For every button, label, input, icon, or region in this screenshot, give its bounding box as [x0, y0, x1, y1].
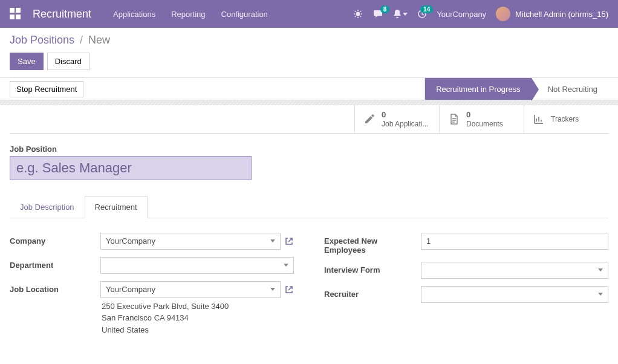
recruiter-row: Recruiter	[324, 286, 608, 303]
chart-icon	[533, 113, 545, 125]
nav-menu-applications[interactable]: Applications	[111, 6, 158, 22]
brand-title[interactable]: Recruitment	[33, 8, 91, 21]
nav-right: 8 14 YourCompany Mitchell Admin (ohrms_1…	[353, 7, 608, 21]
breadcrumb-parent[interactable]: Job Positions	[10, 34, 74, 46]
sheet-background-strip	[0, 100, 618, 105]
department-label: Department	[10, 257, 100, 270]
company-value: YourCompany	[106, 236, 155, 245]
breadcrumb-current: New	[88, 34, 110, 46]
form-right-column: Expected New Employees Interview Form Re…	[324, 233, 608, 343]
stat-applications[interactable]: 0 Job Applicati...	[354, 105, 439, 133]
stat-text: 0 Documents	[466, 110, 503, 128]
interview-row: Interview Form	[324, 262, 608, 279]
tab-job-description[interactable]: Job Description	[10, 196, 85, 218]
stop-recruitment-button[interactable]: Stop Recruitment	[10, 81, 83, 97]
chevron-down-icon	[284, 264, 288, 267]
stat-text: 0 Job Applicati...	[382, 110, 428, 128]
stage-not-recruiting[interactable]: Not Recruiting	[532, 78, 608, 100]
expected-label: Expected New Employees	[324, 233, 421, 255]
chevron-down-icon	[270, 288, 275, 291]
stat-label: Documents	[466, 120, 503, 128]
stat-count: 0	[466, 110, 503, 120]
document-icon	[448, 113, 460, 125]
breadcrumb: Job Positions / New	[10, 34, 608, 47]
external-link-icon[interactable]	[284, 236, 294, 246]
stat-trackers[interactable]: Trackers	[524, 105, 608, 133]
company-switcher[interactable]: YourCompany	[437, 10, 486, 19]
nav-left: Recruitment Applications Reporting Confi…	[10, 6, 270, 22]
job-location-label: Job Location	[10, 281, 100, 294]
address-line1: 250 Executive Park Blvd, Suite 3400	[102, 301, 294, 313]
recruiter-select[interactable]	[421, 286, 608, 303]
status-stages: Recruitment in Progress Not Recruiting	[424, 78, 608, 100]
interview-label: Interview Form	[324, 262, 421, 275]
address-block: 250 Executive Park Blvd, Suite 3400 San …	[100, 301, 294, 336]
notifications-icon[interactable]	[393, 9, 408, 19]
save-button[interactable]: Save	[10, 53, 44, 70]
stat-text: Trackers	[551, 115, 579, 123]
messages-icon[interactable]: 8	[372, 9, 383, 19]
user-menu[interactable]: Mitchell Admin (ohrms_15)	[496, 7, 608, 21]
department-row: Department	[10, 257, 294, 274]
form-left-column: Company YourCompany Department	[10, 233, 294, 343]
status-bar: Stop Recruitment Recruitment in Progress…	[0, 77, 618, 100]
job-location-value: YourCompany	[106, 285, 155, 294]
address-country: United States	[102, 324, 294, 336]
chevron-down-icon	[270, 239, 275, 242]
form-body: Company YourCompany Department	[10, 218, 608, 343]
stage-recruitment-in-progress[interactable]: Recruitment in Progress	[424, 78, 531, 100]
svg-point-0	[356, 12, 360, 16]
activities-icon[interactable]: 14	[417, 9, 427, 19]
chevron-down-icon	[403, 13, 408, 16]
tab-recruitment[interactable]: Recruitment	[85, 196, 148, 218]
nav-menu-reporting[interactable]: Reporting	[169, 6, 207, 22]
top-navbar: Recruitment Applications Reporting Confi…	[0, 0, 618, 28]
user-name: Mitchell Admin (ohrms_15)	[515, 10, 608, 19]
recruiter-label: Recruiter	[324, 286, 421, 299]
department-select[interactable]	[100, 257, 294, 274]
stat-label: Job Applicati...	[382, 120, 428, 128]
messages-badge: 8	[380, 5, 390, 13]
apps-icon[interactable]	[10, 8, 22, 20]
expected-input[interactable]	[421, 233, 608, 250]
expected-row: Expected New Employees	[324, 233, 608, 255]
company-select[interactable]: YourCompany	[100, 233, 281, 250]
discard-button[interactable]: Discard	[47, 53, 89, 70]
address-line2: San Francisco CA 94134	[102, 312, 294, 324]
form-sheet: 0 Job Applicati... 0 Documents Trackers …	[0, 105, 618, 364]
avatar	[496, 7, 510, 21]
job-location-row: Job Location YourCompany 250 Executive P…	[10, 281, 294, 336]
company-label: Company	[10, 233, 100, 245]
action-buttons: Save Discard	[10, 53, 608, 70]
stat-label: Trackers	[551, 115, 579, 123]
control-panel: Job Positions / New Save Discard	[0, 28, 618, 70]
chevron-down-icon	[598, 293, 603, 296]
activities-badge: 14	[420, 5, 433, 13]
external-link-icon[interactable]	[284, 285, 294, 294]
breadcrumb-separator: /	[80, 34, 83, 46]
stat-row: 0 Job Applicati... 0 Documents Trackers	[10, 105, 608, 134]
pencil-icon	[363, 113, 376, 125]
stat-documents[interactable]: 0 Documents	[439, 105, 524, 133]
stat-count: 0	[382, 110, 428, 120]
job-position-input[interactable]	[10, 156, 252, 180]
debug-icon[interactable]	[353, 9, 363, 19]
tabs: Job Description Recruitment	[10, 196, 608, 218]
company-row: Company YourCompany	[10, 233, 294, 250]
interview-select[interactable]	[421, 262, 608, 279]
nav-menu-configuration[interactable]: Configuration	[219, 6, 270, 22]
chevron-down-icon	[598, 268, 603, 271]
job-position-label: Job Position	[10, 145, 608, 154]
job-location-select[interactable]: YourCompany	[100, 281, 281, 298]
